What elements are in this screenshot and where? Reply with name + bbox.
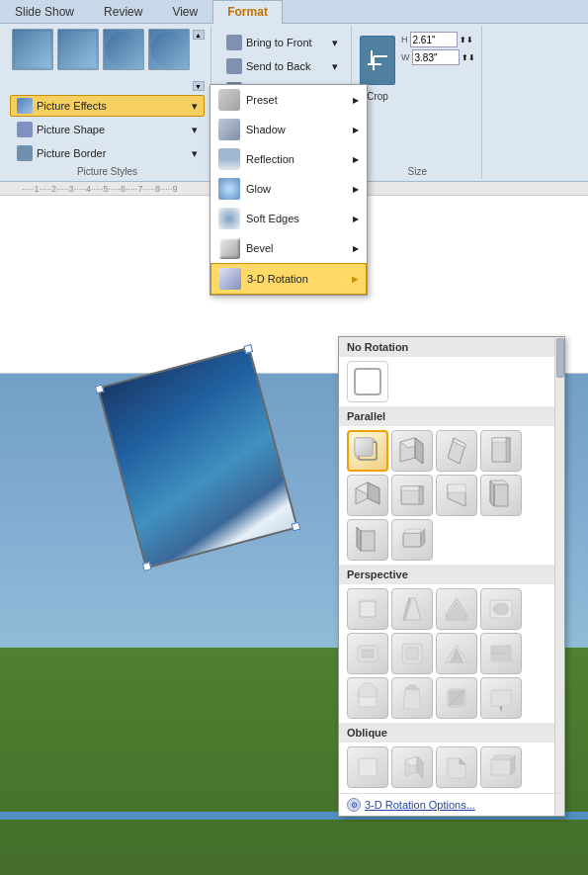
svg-marker-20: [368, 482, 379, 504]
height-input[interactable]: [410, 32, 458, 47]
reflection-arrow: ▶: [353, 155, 359, 164]
dropdown-item-shadow[interactable]: Shadow ▶: [210, 115, 367, 144]
width-input[interactable]: [412, 49, 460, 65]
width-label: W: [401, 52, 410, 62]
style-thumb-4[interactable]: [148, 29, 190, 70]
rot-parallel-4[interactable]: [480, 430, 522, 472]
3d-rotation-icon: [219, 268, 241, 290]
tab-review[interactable]: Review: [89, 0, 157, 23]
crop-button[interactable]: [360, 36, 395, 85]
scroll-down[interactable]: ▼: [193, 81, 205, 91]
rot-persp-8[interactable]: [480, 633, 522, 674]
reflection-icon: [218, 148, 240, 170]
rotation-footer[interactable]: ⚙ 3-D Rotation Options...: [339, 793, 564, 816]
dropdown-item-soft-edges[interactable]: Soft Edges ▶: [210, 204, 367, 233]
bevel-icon: [218, 237, 240, 259]
dropdown-item-preset[interactable]: Preset ▶: [210, 85, 367, 115]
tab-format[interactable]: Format: [212, 0, 283, 24]
svg-rect-31: [403, 533, 421, 547]
bevel-arrow: ▶: [353, 244, 359, 253]
rot-persp-1[interactable]: [347, 588, 388, 630]
tab-slideshow[interactable]: Slide Show: [0, 0, 89, 23]
rot-persp-5[interactable]: [347, 633, 388, 674]
rot-persp-11[interactable]: [436, 677, 477, 719]
style-thumb-3[interactable]: [103, 29, 144, 70]
rot-parallel-10[interactable]: [391, 519, 433, 561]
svg-rect-59: [359, 758, 377, 776]
rot-parallel-5[interactable]: [347, 475, 388, 516]
width-spinner[interactable]: ⬆⬇: [462, 53, 475, 62]
style-thumb-2[interactable]: [57, 29, 99, 70]
rot-persp-3[interactable]: [436, 588, 477, 630]
rot-parallel-2[interactable]: [391, 430, 433, 472]
rot-persp-10[interactable]: [391, 677, 433, 719]
svg-marker-32: [403, 529, 421, 533]
picture-border-button[interactable]: Picture Border ▾: [10, 142, 205, 164]
picture-effects-button[interactable]: Picture Effects ▾: [10, 95, 205, 117]
no-rotation-label: No Rotation: [339, 337, 564, 357]
oblique-grid: [339, 743, 564, 792]
height-spinner[interactable]: ⬆⬇: [460, 36, 473, 44]
send-to-back-button[interactable]: Send to Back ▾: [219, 55, 345, 77]
svg-marker-53: [405, 685, 419, 689]
rot-persp-7[interactable]: [436, 633, 477, 674]
size-group: Crop H ⬆⬇ W ⬆⬇ Size: [354, 26, 482, 179]
svg-marker-51: [359, 683, 377, 697]
tab-view[interactable]: View: [157, 0, 212, 23]
parallel-shape-8: [484, 479, 518, 512]
rot-no-rotation[interactable]: [347, 361, 388, 402]
rot-parallel-6[interactable]: [391, 475, 433, 516]
scroll-up[interactable]: ▲: [193, 30, 205, 40]
rot-persp-9[interactable]: [347, 677, 388, 719]
svg-marker-26: [494, 484, 508, 506]
shadow-label: Shadow: [246, 124, 286, 135]
ribbon-tabs: Slide Show Review View Format: [0, 0, 588, 24]
persp-shape-6: [395, 637, 429, 670]
bevel-label: Bevel: [246, 242, 274, 254]
dropdown-item-3d-rotation[interactable]: 3-D Rotation ▶: [210, 263, 367, 295]
rot-oblique-3[interactable]: [436, 746, 477, 788]
shadow-icon: [218, 119, 240, 140]
style-scroll[interactable]: ▲ ▼: [193, 28, 205, 93]
dropdown-item-reflection[interactable]: Reflection ▶: [210, 144, 367, 174]
footer-link[interactable]: 3-D Rotation Options...: [365, 799, 475, 811]
rot-parallel-9[interactable]: [347, 519, 388, 561]
oblique-shape-1: [351, 750, 384, 784]
bring-to-front-label: Bring to Front: [246, 37, 312, 48]
svg-marker-64: [460, 758, 465, 764]
svg-rect-9: [355, 438, 373, 456]
glow-arrow: ▶: [353, 185, 359, 194]
rot-oblique-1[interactable]: [347, 746, 388, 788]
picture-effects-label: Picture Effects: [37, 100, 107, 112]
preset-arrow: ▶: [353, 96, 359, 105]
rot-parallel-8[interactable]: [480, 475, 522, 516]
svg-rect-35: [360, 601, 376, 617]
rot-parallel-1[interactable]: [347, 430, 388, 472]
bring-to-front-button[interactable]: Bring to Front ▾: [219, 32, 345, 53]
rotation-scrollbar[interactable]: [554, 337, 564, 816]
parallel-label: Parallel: [339, 406, 564, 426]
rotation-scroll-thumb[interactable]: [556, 338, 564, 378]
dropdown-item-bevel[interactable]: Bevel ▶: [210, 233, 367, 263]
rot-persp-2[interactable]: [391, 588, 433, 630]
svg-rect-17: [506, 438, 510, 462]
preset-icon: [218, 89, 240, 111]
glow-label: Glow: [246, 183, 271, 195]
rot-parallel-3[interactable]: [436, 430, 477, 472]
persp-shape-7: [440, 637, 473, 670]
svg-marker-28: [490, 481, 508, 484]
picture-effects-dropdown: Preset ▶ Shadow ▶ Reflection ▶ Glow ▶ So…: [210, 84, 368, 296]
rot-persp-6[interactable]: [391, 633, 433, 674]
rot-oblique-2[interactable]: [391, 746, 433, 788]
rot-persp-12[interactable]: [480, 677, 522, 719]
rot-oblique-4[interactable]: [480, 746, 522, 788]
persp-shape-9: [351, 681, 384, 715]
svg-marker-62: [417, 756, 423, 778]
persp-shape-5: [351, 637, 384, 670]
dropdown-item-glow[interactable]: Glow ▶: [210, 174, 367, 204]
footer-icon: ⚙: [347, 798, 361, 812]
rot-persp-4[interactable]: [480, 588, 522, 630]
picture-shape-button[interactable]: Picture Shape ▾: [10, 119, 205, 140]
style-thumb-1[interactable]: [12, 29, 53, 70]
rot-parallel-7[interactable]: [436, 475, 477, 516]
